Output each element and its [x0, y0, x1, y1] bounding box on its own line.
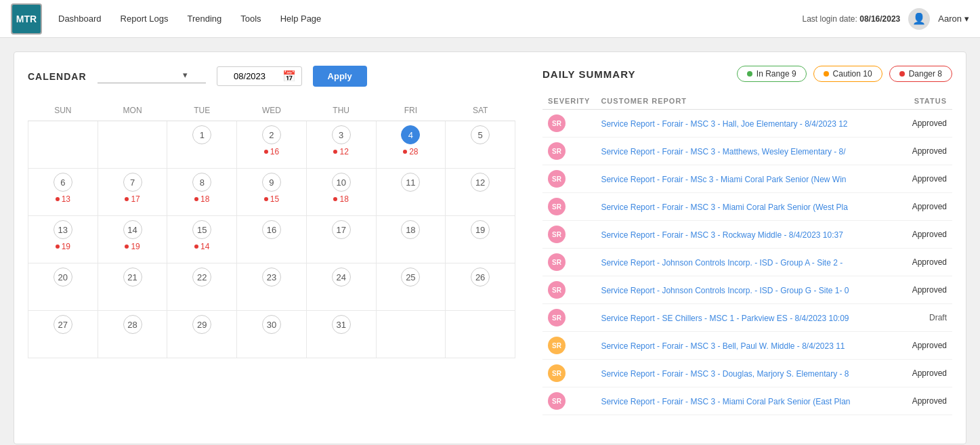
day-number[interactable]: 6 — [54, 173, 72, 192]
day-number[interactable]: 8 — [192, 173, 211, 192]
table-row: SRService Report - Johnson Controls Inco… — [542, 276, 952, 304]
day-number[interactable]: 2 — [262, 125, 281, 144]
red-dot-icon — [56, 197, 60, 201]
calendar-header: CALENDAR ▾ 📅 Apply — [28, 66, 515, 87]
calendar-dropdown[interactable]: ▾ — [98, 70, 206, 83]
table-row: 22 — [167, 263, 237, 311]
day-number[interactable]: 13 — [54, 220, 72, 239]
day-number[interactable]: 3 — [332, 125, 351, 144]
day-number[interactable]: 26 — [471, 268, 490, 287]
month-input[interactable] — [223, 71, 277, 81]
sr-badge: SR — [548, 364, 566, 382]
badge-danger[interactable]: Danger 8 — [889, 66, 952, 82]
day-number[interactable]: 4 — [401, 125, 420, 144]
table-row: 613 — [28, 169, 98, 216]
status-text: Approved — [898, 110, 952, 137]
table-row: 5 — [446, 121, 515, 169]
day-count: 28 — [379, 147, 443, 156]
col-wed: WED — [237, 100, 307, 121]
sr-badge: SR — [548, 337, 566, 354]
day-number[interactable]: 23 — [262, 268, 281, 287]
day-number[interactable]: 7 — [123, 173, 142, 192]
report-link[interactable]: Service Report - Forair - MSC 3 - Matthe… — [601, 147, 845, 156]
day-number[interactable]: 11 — [401, 173, 420, 192]
day-number[interactable]: 28 — [123, 315, 142, 334]
table-row: 1319 — [28, 216, 98, 263]
day-number[interactable]: 10 — [332, 173, 351, 192]
status-text: Approved — [898, 360, 952, 387]
day-number[interactable]: 30 — [262, 315, 281, 334]
report-link[interactable]: Service Report - Forair - MSC 3 - Miami … — [601, 203, 848, 212]
calendar-dropdown-value — [98, 70, 179, 80]
day-number[interactable]: 15 — [192, 220, 211, 239]
day-number[interactable]: 27 — [54, 315, 72, 334]
table-row: 717 — [98, 169, 167, 216]
day-number[interactable]: 19 — [471, 220, 490, 239]
table-row: SRService Report - Forair - MSC 3 - Hall… — [542, 110, 952, 137]
report-link[interactable]: Service Report - Forair - MSC 3 - Miami … — [601, 397, 850, 406]
day-number[interactable]: 18 — [401, 220, 420, 239]
col-report: CUSTOMER REPORT — [595, 93, 898, 110]
day-number[interactable]: 20 — [54, 268, 72, 287]
apply-button[interactable]: Apply — [313, 66, 367, 87]
status-badges: In Range 9 Caution 10 Danger 8 — [737, 66, 952, 82]
day-number[interactable]: 24 — [332, 268, 351, 287]
table-row: SRService Report - Johnson Controls Inco… — [542, 249, 952, 276]
status-text: Approved — [898, 332, 952, 360]
sr-badge: SR — [548, 198, 566, 215]
nav-help-page[interactable]: Help Page — [280, 14, 322, 24]
status-text: Approved — [898, 249, 952, 276]
table-row: 1018 — [306, 169, 376, 216]
day-number[interactable]: 29 — [192, 315, 211, 334]
nav-report-logs[interactable]: Report Logs — [121, 14, 169, 24]
table-row — [376, 311, 446, 358]
nav-tools[interactable]: Tools — [240, 14, 261, 24]
red-dot-icon — [264, 150, 268, 154]
day-number[interactable]: 12 — [471, 173, 490, 192]
day-number[interactable]: 16 — [262, 220, 281, 239]
red-dot-icon — [194, 245, 198, 249]
day-number[interactable]: 22 — [192, 268, 211, 287]
summary-title: DAILY SUMMARY — [542, 68, 635, 80]
report-link[interactable]: Service Report - Forair - MSC 3 - Hall, … — [601, 119, 847, 129]
report-link[interactable]: Service Report - Forair - MSC 3 - Dougla… — [601, 369, 849, 379]
day-number[interactable]: 17 — [332, 220, 351, 239]
report-link[interactable]: Service Report - Forair - MSc 3 - Miami … — [601, 175, 846, 184]
report-link[interactable]: Service Report - SE Chillers - MSC 1 - P… — [601, 314, 849, 323]
badge-in-range[interactable]: In Range 9 — [737, 66, 807, 82]
calendar-icon[interactable]: 📅 — [282, 70, 296, 83]
nav-dashboard[interactable]: Dashboard — [58, 14, 102, 24]
sr-badge: SR — [548, 170, 566, 188]
table-row: 1419 — [98, 216, 167, 263]
col-sun: SUN — [28, 100, 98, 121]
day-number[interactable]: 31 — [332, 315, 351, 334]
day-count: 19 — [31, 242, 95, 251]
col-severity: SEVERITY — [542, 93, 595, 110]
table-row: 12 — [446, 169, 515, 216]
day-number[interactable]: 25 — [401, 268, 420, 287]
report-link[interactable]: Service Report - Forair - MSC 3 - Rockwa… — [601, 230, 843, 240]
day-number[interactable]: 14 — [123, 220, 142, 239]
app-logo: MTR — [11, 3, 42, 35]
report-link[interactable]: Service Report - Johnson Controls Incorp… — [601, 258, 843, 268]
table-row: 18 — [376, 216, 446, 263]
nav-trending[interactable]: Trending — [187, 14, 221, 24]
status-text: Approved — [898, 165, 952, 193]
day-number[interactable]: 21 — [123, 268, 142, 287]
day-number[interactable]: 5 — [471, 125, 490, 144]
day-number[interactable]: 9 — [262, 173, 281, 192]
day-count: 15 — [240, 194, 303, 204]
table-row: SRService Report - Forair - MSC 3 - Rock… — [542, 221, 952, 249]
day-count: 16 — [240, 147, 303, 156]
day-count: 17 — [101, 194, 165, 204]
summary-section: DAILY SUMMARY In Range 9 Caution 10 Dang… — [542, 66, 952, 430]
red-dot-icon — [403, 150, 407, 154]
day-number[interactable]: 1 — [192, 125, 211, 144]
badge-caution[interactable]: Caution 10 — [813, 66, 882, 82]
status-text: Draft — [898, 304, 952, 332]
report-link[interactable]: Service Report - Forair - MSC 3 - Bell, … — [601, 341, 845, 351]
user-menu[interactable]: Aaron ▾ — [938, 14, 969, 24]
report-link[interactable]: Service Report - Johnson Controls Incorp… — [601, 286, 849, 295]
table-row: 20 — [28, 263, 98, 311]
day-count: 18 — [170, 194, 234, 204]
